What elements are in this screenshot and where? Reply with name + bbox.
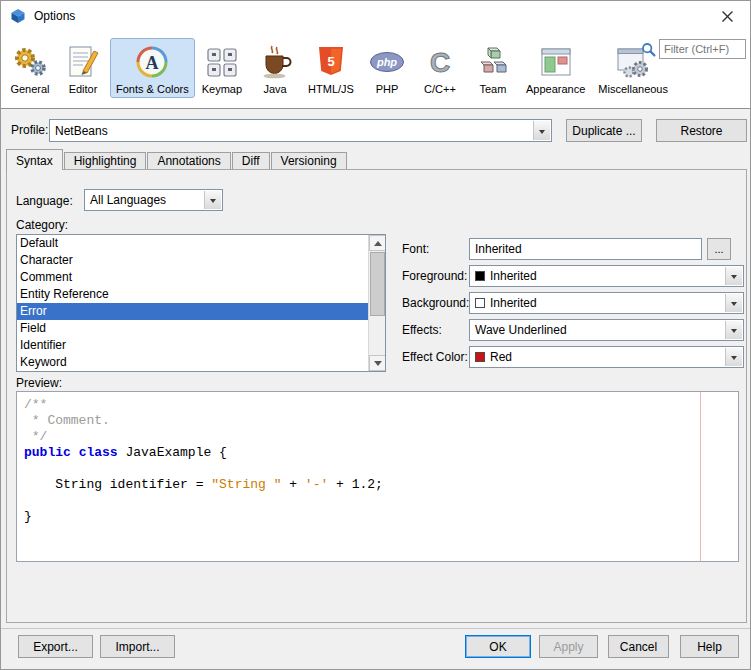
toolbar-item-label: Editor: [69, 83, 98, 95]
code-line: }: [24, 509, 383, 525]
category-list[interactable]: DefaultCharacterCommentEntity ReferenceE…: [16, 234, 386, 372]
code-line: [24, 461, 383, 477]
font-browse-button[interactable]: ...: [707, 238, 731, 260]
tab-versioning[interactable]: Versioning: [271, 152, 347, 169]
category-item-identifier[interactable]: Identifier: [17, 337, 368, 354]
effects-dropdown[interactable]: Wave Underlined: [469, 319, 744, 341]
restore-button[interactable]: Restore: [656, 119, 747, 142]
duplicate-button[interactable]: Duplicate ...: [566, 119, 642, 142]
category-item-character[interactable]: Character: [17, 252, 368, 269]
toolbar-item-keymap[interactable]: Keymap: [196, 38, 248, 98]
effects-value: Wave Underlined: [475, 323, 567, 337]
category-item-error[interactable]: Error: [17, 303, 368, 320]
keymap-icon: [202, 42, 242, 82]
cpp-icon: C: [420, 42, 460, 82]
code-line: /**: [24, 397, 383, 413]
toolbar-item-label: Keymap: [202, 83, 242, 95]
language-combo[interactable]: All Languages: [84, 189, 223, 211]
font-label: Font:: [402, 242, 469, 256]
preview-pane: /** * Comment. */public class JavaExampl…: [16, 391, 739, 562]
toolbar-items: GeneralEditorAFonts & ColorsKeymapJava5H…: [4, 38, 675, 98]
category-scrollbar[interactable]: [368, 235, 385, 371]
toolbar-item-team[interactable]: Team: [467, 38, 519, 98]
import-button[interactable]: Import...: [100, 635, 175, 658]
scrollbar-thumb[interactable]: [370, 252, 385, 316]
svg-text:C: C: [430, 47, 450, 78]
svg-text:php: php: [376, 56, 397, 68]
html-js-icon: 5: [311, 42, 351, 82]
toolbar-item-general[interactable]: General: [4, 38, 56, 98]
font-field[interactable]: [469, 238, 702, 260]
category-item-keyword[interactable]: Keyword: [17, 354, 368, 371]
profile-combo[interactable]: NetBeans: [49, 119, 552, 142]
tab-diff[interactable]: Diff: [232, 152, 270, 169]
appearance-icon: [536, 42, 576, 82]
scroll-down-button[interactable]: [369, 355, 386, 371]
export-button[interactable]: Export...: [18, 635, 93, 658]
svg-text:5: 5: [327, 54, 334, 69]
svg-text:A: A: [146, 53, 159, 73]
toolbar-item-php[interactable]: phpPHP: [361, 38, 413, 98]
toolbar: GeneralEditorAFonts & ColorsKeymapJava5H…: [1, 31, 750, 109]
effect-color-dropdown[interactable]: Red: [469, 346, 744, 368]
foreground-row: Foreground: Inherited: [402, 265, 744, 287]
preview-label: Preview:: [16, 376, 62, 390]
code-line: */: [24, 429, 383, 445]
background-row: Background: Inherited: [402, 292, 744, 314]
toolbar-item-appearance[interactable]: Appearance: [520, 38, 591, 98]
toolbar-item-label: HTML/JS: [308, 83, 354, 95]
foreground-swatch: [475, 271, 485, 281]
tab-syntax[interactable]: Syntax: [6, 149, 63, 170]
ok-button[interactable]: OK: [465, 635, 531, 658]
toolbar-item-java[interactable]: Java: [249, 38, 301, 98]
filter-input[interactable]: [659, 39, 746, 59]
category-item-default[interactable]: Default: [17, 235, 368, 252]
code-line: * Comment.: [24, 413, 383, 429]
background-label: Background:: [402, 296, 469, 310]
help-button[interactable]: Help: [680, 635, 739, 658]
effect-color-row: Effect Color: Red: [402, 346, 744, 368]
preview-code: /** * Comment. */public class JavaExampl…: [17, 392, 390, 530]
chevron-down-icon: [725, 294, 742, 312]
chevron-down-icon: [204, 191, 221, 209]
editor-icon: [63, 42, 103, 82]
toolbar-item-label: Team: [480, 83, 507, 95]
arrow-down-icon: [374, 361, 382, 370]
tab-annotations[interactable]: Annotations: [147, 152, 230, 169]
profile-label: Profile:: [11, 123, 48, 137]
category-item-entity-reference[interactable]: Entity Reference: [17, 286, 368, 303]
toolbar-item-label: Appearance: [526, 83, 585, 95]
category-list-items: DefaultCharacterCommentEntity ReferenceE…: [17, 235, 368, 371]
foreground-dropdown[interactable]: Inherited: [469, 265, 744, 287]
profile-value: NetBeans: [55, 124, 108, 138]
effect-color-label: Effect Color:: [402, 350, 469, 364]
toolbar-item-c-c[interactable]: CC/C++: [414, 38, 466, 98]
arrow-up-icon: [374, 237, 382, 246]
language-value: All Languages: [90, 193, 166, 207]
java-icon: [255, 42, 295, 82]
category-item-field[interactable]: Field: [17, 320, 368, 337]
tab-highlighting[interactable]: Highlighting: [64, 152, 147, 169]
language-label: Language:: [16, 194, 73, 208]
close-button[interactable]: [704, 1, 750, 31]
netbeans-logo-icon: [10, 8, 26, 24]
effects-row: Effects: Wave Underlined: [402, 319, 744, 341]
toolbar-item-html-js[interactable]: 5HTML/JS: [302, 38, 360, 98]
background-dropdown[interactable]: Inherited: [469, 292, 744, 314]
toolbar-item-fonts-colors[interactable]: AFonts & Colors: [110, 38, 195, 98]
right-margin-line: [700, 392, 701, 561]
search-icon: [641, 42, 656, 57]
category-item-comment[interactable]: Comment: [17, 269, 368, 286]
foreground-label: Foreground:: [402, 269, 469, 283]
toolbar-item-editor[interactable]: Editor: [57, 38, 109, 98]
code-line: public class JavaExample {: [24, 445, 383, 461]
foreground-value: Inherited: [490, 269, 537, 283]
apply-button[interactable]: Apply: [539, 635, 598, 658]
scroll-up-button[interactable]: [369, 235, 386, 251]
effect-color-swatch: [475, 352, 485, 362]
cancel-button[interactable]: Cancel: [608, 635, 669, 658]
titlebar: Options: [1, 1, 750, 31]
footer-separator: [1, 628, 750, 629]
options-dialog: Options GeneralEditorAFonts & ColorsKeym…: [0, 0, 751, 670]
effect-color-value: Red: [490, 350, 512, 364]
